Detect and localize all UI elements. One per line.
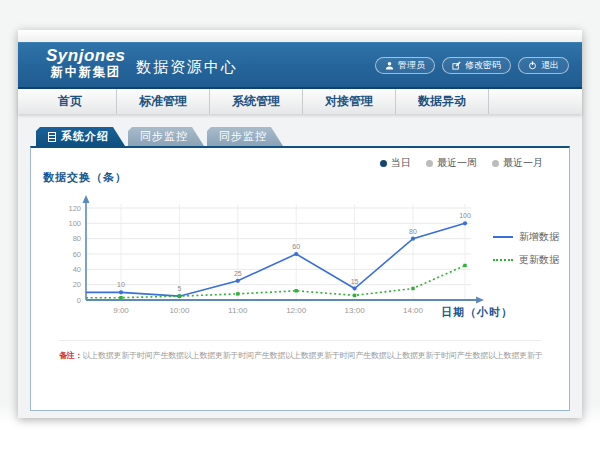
data-point xyxy=(295,289,298,292)
data-point xyxy=(119,290,123,294)
legend-label: 新增数据 xyxy=(519,230,559,244)
x-tick-label: 14:00 xyxy=(403,306,424,315)
x-tick-label: 12:00 xyxy=(286,306,307,315)
tab-label: 同步监控 xyxy=(219,127,267,146)
tab-1[interactable]: 系统介绍 xyxy=(36,127,125,146)
tab-label: 同步监控 xyxy=(140,127,188,146)
tab-2[interactable]: 同步监控 xyxy=(128,127,204,146)
x-tick-label: 10:00 xyxy=(169,306,190,315)
x-tick-label: 11:00 xyxy=(228,306,248,315)
point-label: 25 xyxy=(234,270,242,277)
point-label: 60 xyxy=(292,243,300,250)
company-logo[interactable]: Synjones 新中新集团 xyxy=(46,47,126,80)
data-point xyxy=(353,294,356,297)
time-range-filters: 当日最近一周最近一月 xyxy=(380,156,543,170)
y-tick-label: 0 xyxy=(77,296,81,305)
footnote: 备注：以上数据更新于时间产生数据以上数据更新于时间产生数据以上数据更新于时间产生… xyxy=(59,350,559,361)
logo-text-en: Synjones xyxy=(46,47,126,65)
button-label: 退出 xyxy=(541,59,559,72)
radio-icon xyxy=(380,160,387,167)
legend-item-2: 更新数据 xyxy=(493,253,559,267)
app-header: Synjones 新中新集团 数据资源中心 管理员修改密码退出 xyxy=(18,42,582,87)
filter-2[interactable]: 最近一周 xyxy=(426,156,477,170)
window-top-strip xyxy=(18,30,582,42)
filter-label: 当日 xyxy=(391,156,411,170)
edit-icon xyxy=(452,61,461,70)
logout-button[interactable]: 退出 xyxy=(518,57,569,74)
button-label: 管理员 xyxy=(398,59,425,72)
x-tick-label: 9:00 xyxy=(113,306,129,315)
radio-icon xyxy=(426,160,433,167)
tab-label: 系统介绍 xyxy=(61,127,109,146)
data-point xyxy=(411,237,415,241)
footnote-prefix: 备注： xyxy=(59,351,82,360)
admin-user-button[interactable]: 管理员 xyxy=(375,57,435,74)
y-axis-title: 数据交换（条） xyxy=(43,170,127,185)
radio-icon xyxy=(492,160,499,167)
content-area: 系统介绍同步监控同步监控 当日最近一周最近一月 数据交换（条） 02040608… xyxy=(18,114,582,418)
logout-icon xyxy=(528,61,537,70)
legend-swatch xyxy=(493,236,513,238)
nav-item-4[interactable]: 对接管理 xyxy=(303,89,396,114)
legend-swatch xyxy=(493,259,513,261)
document-icon xyxy=(48,132,56,142)
filter-label: 最近一周 xyxy=(437,156,477,170)
data-exchange-line-chart: 0204060801001209:0010:0011:0012:0013:001… xyxy=(39,186,489,334)
data-point xyxy=(463,264,466,267)
point-label: 100 xyxy=(459,212,471,219)
point-label: 5 xyxy=(177,285,181,292)
y-tick-label: 100 xyxy=(68,219,81,228)
user-actions: 管理员修改密码退出 xyxy=(375,57,569,74)
data-point xyxy=(178,294,181,297)
data-point xyxy=(463,221,467,225)
tab-3[interactable]: 同步监控 xyxy=(207,127,283,146)
data-point xyxy=(353,286,357,290)
nav-item-1[interactable]: 首页 xyxy=(24,89,117,114)
page-title: 数据资源中心 xyxy=(136,58,238,77)
main-nav: 首页标准管理系统管理对接管理数据异动 xyxy=(18,87,582,114)
x-axis-title: 日期（小时） xyxy=(441,305,513,320)
filter-1[interactable]: 当日 xyxy=(380,156,411,170)
user-icon xyxy=(385,61,394,70)
footnote-divider xyxy=(59,340,541,341)
legend-item-1: 新增数据 xyxy=(493,230,559,244)
point-label: 80 xyxy=(409,228,417,235)
data-point xyxy=(236,279,240,283)
legend-label: 更新数据 xyxy=(519,253,559,267)
x-tick-label: 13:00 xyxy=(345,306,366,315)
point-label: 15 xyxy=(351,278,359,285)
series-line-2 xyxy=(86,266,465,298)
y-axis-arrow xyxy=(83,195,90,203)
tab-bar: 系统介绍同步监控同步监控 xyxy=(36,127,286,146)
change-password-button[interactable]: 修改密码 xyxy=(442,57,511,74)
y-tick-label: 120 xyxy=(68,204,81,213)
y-tick-label: 80 xyxy=(73,234,81,243)
y-tick-label: 40 xyxy=(73,265,81,274)
filter-3[interactable]: 最近一月 xyxy=(492,156,543,170)
y-tick-label: 60 xyxy=(73,250,81,259)
button-label: 修改密码 xyxy=(465,59,501,72)
filter-label: 最近一月 xyxy=(503,156,543,170)
point-label: 10 xyxy=(117,281,125,288)
data-point xyxy=(236,292,239,295)
data-point xyxy=(411,287,414,290)
system-intro-panel: 当日最近一周最近一月 数据交换（条） 0204060801001209:0010… xyxy=(30,146,570,411)
data-point xyxy=(294,252,298,256)
data-point xyxy=(119,296,122,299)
y-tick-label: 20 xyxy=(73,280,81,289)
nav-item-3[interactable]: 系统管理 xyxy=(210,89,303,114)
nav-item-5[interactable]: 数据异动 xyxy=(396,89,489,114)
footnote-text: 以上数据更新于时间产生数据以上数据更新于时间产生数据以上数据更新于时间产生数据以… xyxy=(82,351,542,360)
nav-item-2[interactable]: 标准管理 xyxy=(117,89,210,114)
logo-text-cn: 新中新集团 xyxy=(46,65,126,80)
app-window: Synjones 新中新集团 数据资源中心 管理员修改密码退出 首页标准管理系统… xyxy=(18,30,582,418)
x-axis-arrow xyxy=(476,297,484,304)
series-legend: 新增数据更新数据 xyxy=(493,230,559,267)
